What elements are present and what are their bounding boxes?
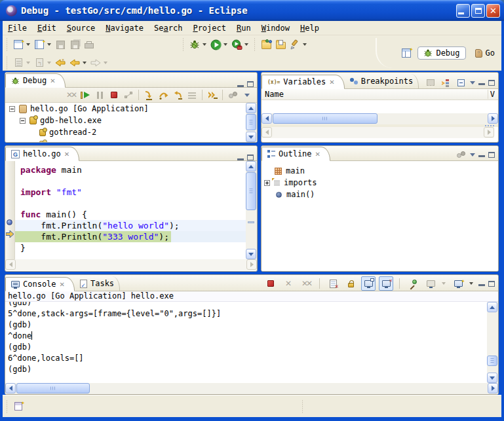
show-logical-structure-button[interactable]: [440, 77, 452, 88]
minimize-view-icon[interactable]: [478, 80, 485, 85]
editor-gutter[interactable]: [5, 161, 15, 259]
maximize-view-icon[interactable]: [247, 155, 254, 160]
close-tab-icon[interactable]: ✕: [329, 79, 334, 86]
save-button[interactable]: [53, 37, 68, 52]
menu-source[interactable]: Source: [62, 22, 100, 34]
close-window-button[interactable]: ✕: [486, 4, 500, 18]
minimize-view-icon[interactable]: [237, 82, 244, 87]
show-stdout-button-active[interactable]: [361, 276, 376, 291]
value-column-header[interactable]: V: [488, 90, 495, 99]
open-console-dropdown[interactable]: [469, 282, 473, 285]
resume-button[interactable]: [78, 88, 92, 102]
collapse-expander-icon[interactable]: [20, 118, 26, 124]
expand-expander-icon[interactable]: [264, 180, 270, 186]
scroll-right-button[interactable]: [246, 259, 257, 270]
go-into-dropdown[interactable]: [47, 62, 51, 64]
outline-item-package[interactable]: main: [262, 165, 498, 177]
step-into-button[interactable]: [142, 88, 156, 102]
close-tab-icon[interactable]: ✕: [315, 151, 320, 158]
external-tools-dropdown[interactable]: [244, 43, 248, 46]
maximize-view-icon[interactable]: [488, 281, 495, 287]
show-type-names-button-disabled[interactable]: [425, 77, 436, 88]
remove-all-terminated-button-disabled[interactable]: ✕✕: [64, 88, 78, 102]
disconnect-button-disabled[interactable]: [121, 88, 136, 102]
maximize-view-icon[interactable]: [488, 80, 495, 86]
step-return-button[interactable]: [170, 88, 185, 102]
tab-hello-go[interactable]: G hello.go ✕: [5, 147, 79, 161]
code-area[interactable]: package main import "fmt" func main() { …: [15, 161, 246, 259]
outline-item-main-func[interactable]: main(): [262, 189, 498, 200]
menu-window[interactable]: Window: [256, 22, 295, 34]
outline-linked-button[interactable]: [455, 149, 467, 160]
debug-button[interactable]: [187, 37, 202, 52]
outline-item-imports[interactable]: imports: [262, 177, 498, 189]
console-hscrollbar[interactable]: [5, 383, 498, 394]
clear-console-button[interactable]: ✕: [326, 276, 340, 291]
external-tools-button[interactable]: [229, 37, 244, 52]
last-edit-location-button-disabled[interactable]: [11, 56, 26, 70]
scroll-down-button[interactable]: [246, 132, 256, 142]
scroll-left-button[interactable]: [5, 383, 16, 394]
step-over-button[interactable]: [156, 88, 170, 102]
scroll-up-button[interactable]: [246, 161, 256, 172]
open-resource-button[interactable]: [259, 37, 273, 52]
close-tab-icon[interactable]: ✕: [50, 77, 55, 84]
run-button[interactable]: [208, 37, 223, 52]
scroll-right-button[interactable]: [484, 127, 494, 137]
detail-pane-hscrollbar-disabled[interactable]: [262, 127, 494, 138]
new-project-button[interactable]: ✦: [32, 37, 47, 52]
remove-all-launches-button-disabled[interactable]: ✕✕: [299, 276, 313, 291]
back-button[interactable]: [68, 56, 82, 70]
name-column-header[interactable]: Name: [265, 90, 284, 99]
new-wizard-button[interactable]: ✦: [11, 37, 26, 52]
variables-hscrollbar[interactable]: [262, 113, 498, 124]
menu-file[interactable]: File: [3, 22, 32, 34]
tab-breakpoints[interactable]: Breakpoints: [345, 74, 419, 88]
debug-dropdown[interactable]: [203, 43, 206, 46]
scrollbar-thumb[interactable]: [246, 114, 256, 130]
toolbar-drag-handle[interactable]: [5, 38, 9, 51]
scrollbar-thumb[interactable]: [487, 356, 497, 366]
collapse-all-button[interactable]: [455, 77, 467, 88]
scroll-left-button[interactable]: [262, 113, 272, 124]
fast-view-button[interactable]: ✦: [11, 399, 26, 414]
view-menu-icon[interactable]: [470, 81, 475, 84]
scroll-right-button[interactable]: [488, 383, 498, 394]
tree-row-launch[interactable]: hello.go [Go Application]: [5, 103, 257, 115]
scroll-up-button[interactable]: [487, 302, 497, 312]
forward-dropdown[interactable]: [104, 62, 107, 64]
toolbar-drag-handle[interactable]: [5, 56, 9, 69]
collapse-expander-icon[interactable]: [9, 106, 15, 112]
tab-console[interactable]: Console ✕: [5, 277, 75, 291]
scrollbar-thumb[interactable]: [16, 383, 90, 394]
scroll-lock-button[interactable]: [343, 276, 358, 291]
scrollbar-thumb[interactable]: [246, 172, 256, 210]
print-button[interactable]: [82, 37, 96, 52]
menu-edit[interactable]: Edit: [32, 22, 62, 34]
forward-button-disabled[interactable]: [88, 56, 103, 70]
menu-project[interactable]: Project: [187, 22, 231, 34]
go-into-button-disabled[interactable]: ↰: [32, 56, 47, 70]
use-step-filters-button[interactable]: [205, 88, 220, 102]
close-tab-icon[interactable]: ✕: [60, 281, 65, 288]
minimize-window-button[interactable]: [456, 4, 470, 18]
edit-location-dropdown[interactable]: [26, 62, 30, 64]
maximize-window-button[interactable]: [471, 4, 485, 18]
editor-vscrollbar[interactable]: [246, 161, 257, 259]
console-vscrollbar[interactable]: [487, 302, 498, 383]
minimize-view-icon[interactable]: [237, 155, 244, 160]
suspend-button-disabled[interactable]: [92, 88, 107, 102]
terminate-console-button[interactable]: [263, 276, 278, 291]
tab-variables[interactable]: (x)= Variables ✕: [262, 75, 345, 89]
show-stderr-button-active[interactable]: ✕: [379, 276, 393, 291]
new-project-dropdown[interactable]: [47, 43, 51, 46]
maximize-view-icon[interactable]: [488, 152, 495, 158]
perspective-go-button[interactable]: Go: [470, 47, 500, 59]
perspective-debug-button[interactable]: Debug: [417, 46, 465, 60]
scrollbar-thumb[interactable]: [273, 113, 378, 124]
open-perspective-button[interactable]: ✦: [399, 46, 414, 60]
tab-debug[interactable]: Debug ✕: [5, 73, 66, 88]
terminate-button[interactable]: [107, 88, 121, 102]
menu-run[interactable]: Run: [231, 22, 256, 34]
menu-search[interactable]: Search: [149, 22, 187, 34]
